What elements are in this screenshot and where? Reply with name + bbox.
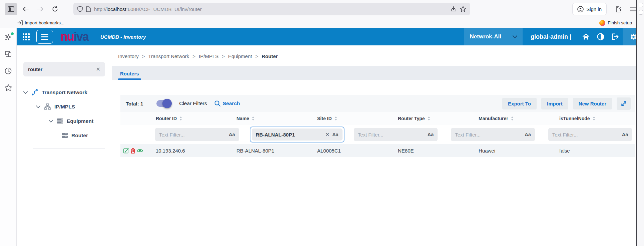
sort-icon[interactable] [428, 116, 430, 120]
back-button[interactable] [19, 3, 32, 15]
navigation-tree: Transport Network IP/MPLS [23, 85, 105, 149]
filter-input[interactable] [455, 132, 522, 138]
column-header-router-type[interactable]: Router Type [393, 116, 474, 121]
case-sensitive-toggle[interactable]: Aa [428, 132, 434, 137]
tree-item-ip-mpls[interactable]: IP/MPLS [23, 99, 105, 114]
hamburger-icon [41, 34, 48, 40]
sort-icon[interactable] [511, 116, 514, 120]
filter-site-id[interactable]: Aa [354, 128, 438, 141]
filter-input[interactable] [256, 132, 323, 138]
row-actions [120, 148, 151, 154]
filter-input[interactable] [159, 132, 226, 138]
view-icon[interactable] [137, 149, 143, 153]
cell-router-type: NE80E [393, 148, 474, 154]
case-sensitive-toggle[interactable]: Aa [229, 132, 235, 137]
import-bookmarks-link[interactable]: Import bookmarks... [25, 20, 64, 25]
import-bookmarks-icon [17, 20, 23, 25]
route-icon [31, 89, 38, 96]
breadcrumb-item-ip-mpls[interactable]: IP/MPLS [199, 53, 218, 59]
chevron-down-icon[interactable] [23, 91, 28, 94]
finish-setup-link[interactable]: Finish setup [599, 20, 641, 26]
toggle-knob [162, 99, 172, 108]
main-content: Inventory > Transport Network > IP/MPLS … [112, 45, 644, 246]
filter-router-type[interactable]: Aa [451, 128, 535, 141]
sitemap-icon [44, 103, 51, 110]
tab-routers[interactable]: Routers [118, 71, 141, 80]
app-grid-icon[interactable] [23, 33, 30, 40]
filter-name-focused[interactable]: ✕Aa [250, 127, 345, 143]
url-bar[interactable]: http://localhost:6088/ACE_UCMDB_UI/inv/r… [73, 3, 470, 15]
adjacent-window-edge [636, 0, 644, 246]
server-icon [61, 133, 68, 138]
filters-toggle[interactable] [156, 100, 171, 107]
table-filter-row: Aa ✕Aa Aa Aa Aa Aa [120, 125, 635, 144]
filter-input[interactable] [358, 132, 425, 138]
sidebar-search-input[interactable] [28, 66, 96, 72]
expand-icon [620, 100, 627, 107]
column-header-name[interactable]: Name [232, 116, 312, 121]
tree-item-router[interactable]: Router [23, 128, 105, 143]
case-sensitive-toggle[interactable]: Aa [332, 132, 339, 137]
shield-icon[interactable] [77, 6, 83, 12]
extensions-icon[interactable] [612, 3, 625, 15]
breadcrumb-item-transport-network[interactable]: Transport Network [148, 53, 189, 59]
chevron-down-icon[interactable] [36, 105, 41, 108]
breadcrumb-item-equipment[interactable]: Equipment [228, 53, 252, 59]
url-text[interactable]: http://localhost:6088/ACE_UCMDB_UI/inv/r… [94, 6, 447, 12]
filter-input[interactable] [552, 132, 619, 138]
column-header-site-id[interactable]: Site ID [312, 116, 393, 121]
tree-item-transport-network[interactable]: Transport Network [23, 85, 105, 99]
forward-button[interactable] [34, 3, 47, 15]
divider [42, 144, 105, 144]
sidebar-toggle-button[interactable] [5, 3, 17, 15]
save-page-icon[interactable] [451, 6, 457, 12]
server-icon [57, 118, 63, 124]
edit-icon[interactable] [123, 148, 129, 154]
bookmark-star-icon[interactable] [460, 6, 466, 12]
clear-filter-icon[interactable]: ✕ [326, 132, 330, 138]
bookmarks-star-icon[interactable] [4, 83, 12, 91]
sidebar-search-box[interactable]: ✕ [23, 62, 105, 76]
table-row[interactable]: 10.193.240.6 RB-ALNAL-80P1 AL0005C1 NE80… [120, 144, 635, 157]
sort-icon[interactable] [252, 116, 254, 120]
sort-icon[interactable] [179, 116, 182, 120]
browser-sidebar-strip [0, 28, 17, 246]
search-button[interactable]: Search [214, 100, 240, 106]
delete-icon[interactable] [130, 148, 135, 154]
routers-table: Total: 1 Clear Filters Search Export To … [120, 95, 635, 157]
sort-icon[interactable] [335, 116, 337, 120]
synced-tabs-icon[interactable] [4, 50, 12, 58]
sign-in-button[interactable]: Sign in [572, 3, 607, 15]
active-tab-indicator [118, 78, 141, 80]
breadcrumb-item-inventory[interactable]: Inventory [118, 53, 139, 59]
cell-name: RB-ALNAL-80P1 [232, 148, 312, 154]
new-router-button[interactable]: New Router [573, 98, 612, 109]
home-icon[interactable] [579, 28, 593, 45]
network-selector[interactable]: Netwrok-All [464, 28, 522, 45]
reload-button[interactable] [49, 3, 61, 15]
import-button[interactable]: Import [541, 98, 568, 109]
expand-fullscreen-button[interactable] [617, 97, 631, 110]
case-sensitive-toggle[interactable]: Aa [622, 132, 628, 137]
clear-filters-button[interactable]: Clear Filters [179, 100, 207, 106]
column-header-istunnelnode[interactable]: isTunnelNode [555, 116, 635, 121]
notification-dot [11, 32, 14, 35]
history-clock-icon[interactable] [4, 67, 12, 75]
browser-toolbar: http://localhost:6088/ACE_UCMDB_UI/inv/r… [0, 0, 644, 18]
column-header-router-id[interactable]: Router ID [151, 116, 232, 121]
export-to-button[interactable]: Export To [502, 98, 537, 109]
case-sensitive-toggle[interactable]: Aa [525, 132, 531, 137]
logout-icon[interactable] [608, 28, 623, 45]
ai-chat-icon[interactable] [4, 33, 12, 41]
filter-manufacturer[interactable]: Aa [548, 128, 632, 141]
filter-router-id[interactable]: Aa [155, 128, 239, 141]
sort-icon[interactable] [593, 116, 595, 120]
column-header-manufacturer[interactable]: Manufacturer [474, 116, 555, 121]
tree-item-equipment[interactable]: Equipment [23, 114, 105, 128]
page-info-icon[interactable] [86, 6, 91, 12]
clear-search-icon[interactable]: ✕ [96, 66, 100, 72]
contrast-icon[interactable] [593, 28, 608, 45]
table-header-row: Router ID Name Site ID Router Type Manuf… [120, 112, 635, 125]
nav-menu-button[interactable] [36, 30, 53, 44]
chevron-down-icon[interactable] [49, 120, 53, 122]
